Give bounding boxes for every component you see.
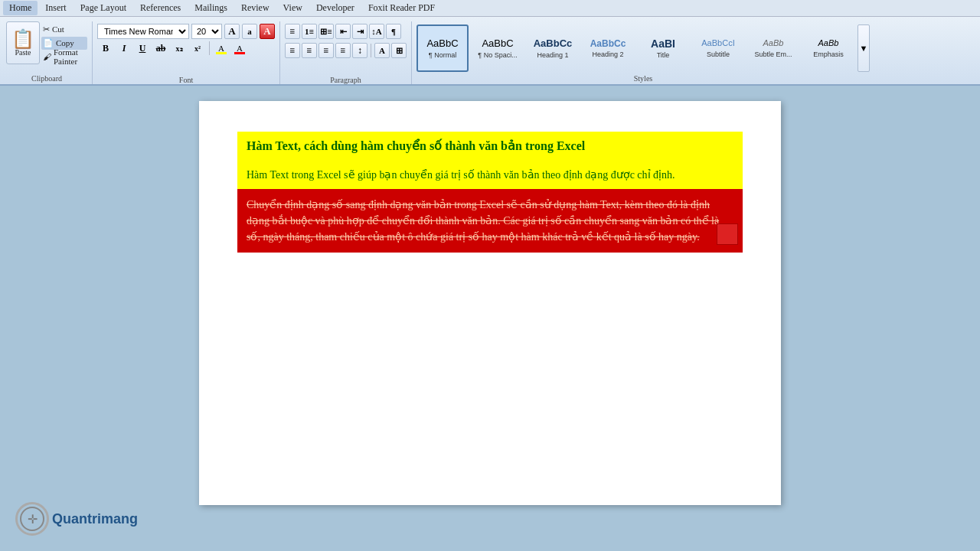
align-left-button[interactable]: ≡ bbox=[285, 43, 300, 58]
style-subtitle-preview: AaBbCcI bbox=[701, 38, 734, 48]
style-nospace-button[interactable]: AaBbC ¶ No Spaci... bbox=[472, 24, 524, 72]
format-painter-button[interactable]: 🖌 Format Painter bbox=[41, 51, 87, 64]
format-painter-icon: 🖌 bbox=[43, 52, 51, 61]
heading-block: Hàm Text, cách dùng hàm chuyển số thành … bbox=[237, 132, 743, 161]
menu-insert[interactable]: Insert bbox=[39, 1, 72, 15]
borders-button[interactable]: ⊞ bbox=[391, 43, 407, 58]
styles-more-button[interactable]: ▼ bbox=[858, 24, 870, 72]
menu-page-layout[interactable]: Page Layout bbox=[74, 1, 132, 15]
font-group-label: Font bbox=[97, 74, 275, 84]
logo-text: Quantrimang bbox=[52, 511, 138, 527]
font-size-select[interactable]: 20 bbox=[191, 24, 222, 39]
decrease-indent-button[interactable]: ⇤ bbox=[335, 24, 351, 39]
style-normal-button[interactable]: AaBbC ¶ Normal bbox=[416, 24, 469, 72]
font-name-select[interactable]: Times New Roman bbox=[97, 24, 189, 39]
styles-group: AaBbC ¶ Normal AaBbC ¶ No Spaci... AaBbC… bbox=[412, 21, 874, 84]
style-h1-button[interactable]: AaBbCc Heading 1 bbox=[527, 24, 579, 72]
para-row-2: ≡ ≡ ≡ ≡ ↕ A ⊞ bbox=[285, 43, 407, 58]
paste-label: Paste bbox=[15, 48, 31, 57]
numbering-button[interactable]: 1≡ bbox=[302, 24, 317, 39]
style-emphasis-button[interactable]: AaBb Emphasis bbox=[802, 24, 854, 72]
font-row-1: Times New Roman 20 A a A bbox=[97, 24, 275, 39]
highlight-color-button[interactable]: A bbox=[213, 41, 230, 56]
menu-foxit[interactable]: Foxit Reader PDF bbox=[362, 1, 441, 15]
style-h1-preview: AaBbCc bbox=[534, 37, 573, 50]
clipboard-row: 📋 Paste ✂ Cut 📄 Copy 🖌 Format Painter bbox=[6, 21, 87, 64]
bullets-button[interactable]: ≡ bbox=[285, 24, 300, 39]
style-h2-button[interactable]: AaBbCc Heading 2 bbox=[582, 24, 634, 72]
document-page: Hàm Text, cách dùng hàm chuyển số thành … bbox=[199, 101, 781, 505]
bold-button[interactable]: B bbox=[97, 41, 114, 56]
clipboard-group: 📋 Paste ✂ Cut 📄 Copy 🖌 Format Painter bbox=[3, 21, 93, 84]
logo-circle: ✛ bbox=[15, 502, 49, 536]
subscript-button[interactable]: x₂ bbox=[171, 41, 188, 56]
strikethrough-button[interactable]: ab bbox=[152, 41, 169, 56]
paste-button[interactable]: 📋 Paste bbox=[6, 21, 40, 64]
increase-indent-button[interactable]: ⇥ bbox=[352, 24, 368, 39]
font-separator bbox=[209, 41, 210, 55]
underline-button[interactable]: U bbox=[134, 41, 151, 56]
highlight-indicator bbox=[216, 52, 227, 54]
show-hide-button[interactable]: ¶ bbox=[386, 24, 401, 39]
font-color-indicator bbox=[234, 52, 245, 54]
style-subtle-label: Subtle Em... bbox=[754, 51, 792, 58]
font-group: Times New Roman 20 A a A B I U ab x₂ x² … bbox=[93, 21, 280, 84]
paragraph-group: ≡ 1≡ ⊞≡ ⇤ ⇥ ↕A ¶ ≡ ≡ ≡ ≡ ↕ A ⊞ Paragraph bbox=[280, 21, 412, 84]
sort-button[interactable]: ↕A bbox=[369, 24, 384, 39]
document-heading: Hàm Text, cách dùng hàm chuyển số thành … bbox=[247, 138, 733, 155]
style-nospace-preview: AaBbC bbox=[482, 37, 513, 50]
cut-label: Cut bbox=[52, 24, 64, 34]
line-spacing-button[interactable]: ↕ bbox=[352, 43, 368, 58]
document-area: Hàm Text, cách dùng hàm chuyển số thành … bbox=[0, 86, 980, 520]
superscript-button[interactable]: x² bbox=[189, 41, 206, 56]
clipboard-small-btns: ✂ Cut 📄 Copy 🖌 Format Painter bbox=[41, 23, 87, 64]
align-right-button[interactable]: ≡ bbox=[318, 43, 334, 58]
menu-references[interactable]: References bbox=[134, 1, 187, 15]
document-paragraph1: Hàm Text trong Excel sẽ giúp bạn chuyển … bbox=[247, 167, 733, 183]
shading-button[interactable]: A bbox=[374, 43, 390, 58]
styles-group-label: Styles bbox=[634, 73, 652, 83]
copy-label: Copy bbox=[56, 38, 74, 47]
menu-home[interactable]: Home bbox=[3, 1, 38, 15]
format-painter-label: Format Painter bbox=[54, 47, 86, 66]
menu-bar: Home Insert Page Layout References Maili… bbox=[0, 0, 980, 17]
style-h2-label: Heading 2 bbox=[592, 51, 623, 58]
menu-view[interactable]: View bbox=[277, 1, 309, 15]
justify-button[interactable]: ≡ bbox=[335, 43, 351, 58]
cut-button[interactable]: ✂ Cut bbox=[41, 23, 87, 36]
menu-review[interactable]: Review bbox=[235, 1, 276, 15]
clipboard-group-label: Clipboard bbox=[31, 73, 62, 83]
logo-area: ✛ Quantrimang bbox=[15, 502, 138, 536]
para-row-1: ≡ 1≡ ⊞≡ ⇤ ⇥ ↕A ¶ bbox=[285, 24, 407, 39]
style-h2-preview: AaBbCc bbox=[590, 38, 626, 49]
font-clear-button[interactable]: A bbox=[260, 24, 275, 39]
font-shrink-button[interactable]: a bbox=[242, 24, 257, 39]
paste-icon: 📋 bbox=[11, 30, 34, 48]
style-title-button[interactable]: AaBI Title bbox=[637, 24, 689, 72]
ribbon: 📋 Paste ✂ Cut 📄 Copy 🖌 Format Painter bbox=[0, 17, 980, 86]
red-square-decoration bbox=[717, 223, 738, 245]
copy-icon: 📄 bbox=[43, 38, 54, 48]
style-title-preview: AaBI bbox=[651, 37, 675, 51]
document-paragraph2: Chuyển định dạng số sang định dạng văn b… bbox=[247, 197, 733, 245]
para-sep bbox=[371, 44, 371, 57]
logo-cross-icon: ✛ bbox=[28, 512, 38, 527]
styles-row: AaBbC ¶ Normal AaBbC ¶ No Spaci... AaBbC… bbox=[416, 24, 870, 72]
align-center-button[interactable]: ≡ bbox=[302, 43, 317, 58]
logo-inner: ✛ bbox=[20, 507, 44, 531]
style-subtitle-label: Subtitle bbox=[707, 51, 730, 58]
paragraph-group-label: Paragraph bbox=[285, 74, 407, 84]
italic-button[interactable]: I bbox=[116, 41, 132, 56]
multilevel-button[interactable]: ⊞≡ bbox=[318, 24, 334, 39]
style-normal-label: ¶ Normal bbox=[429, 51, 456, 59]
font-grow-button[interactable]: A bbox=[224, 24, 240, 39]
style-emphasis-label: Emphasis bbox=[813, 51, 844, 58]
style-subtle-button[interactable]: AaBb Subtle Em... bbox=[747, 24, 799, 72]
paragraph2-block: Chuyển định dạng số sang định dạng văn b… bbox=[237, 189, 743, 253]
style-subtle-preview: AaBb bbox=[763, 38, 784, 48]
font-format-row: B I U ab x₂ x² A A bbox=[97, 41, 275, 56]
style-subtitle-button[interactable]: AaBbCcI Subtitle bbox=[692, 24, 744, 72]
menu-developer[interactable]: Developer bbox=[310, 1, 361, 15]
font-color-button[interactable]: A bbox=[231, 41, 248, 56]
menu-mailings[interactable]: Mailings bbox=[188, 1, 234, 15]
